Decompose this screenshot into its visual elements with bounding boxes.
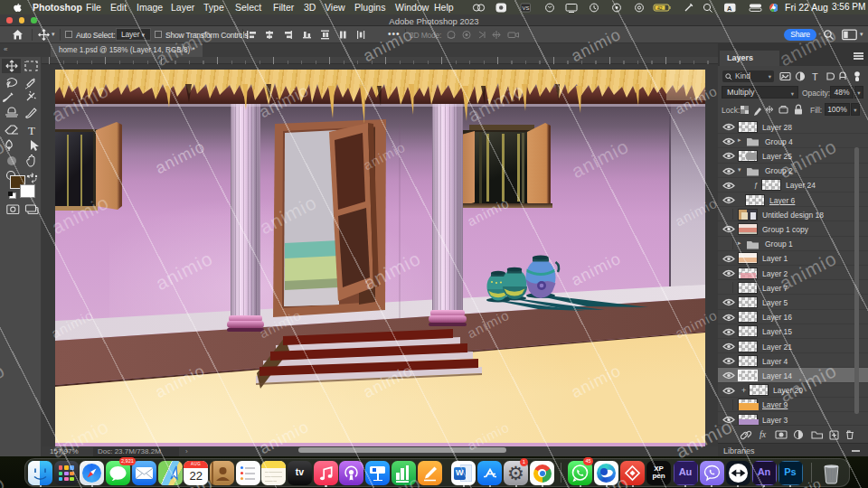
svg-text:T: T: [28, 124, 35, 137]
svg-text:fx: fx: [760, 429, 767, 439]
svg-text:VS: VS: [523, 5, 530, 11]
svg-text:A: A: [727, 5, 732, 13]
svg-text:42: 42: [657, 5, 663, 11]
svg-text:T: T: [812, 71, 818, 82]
